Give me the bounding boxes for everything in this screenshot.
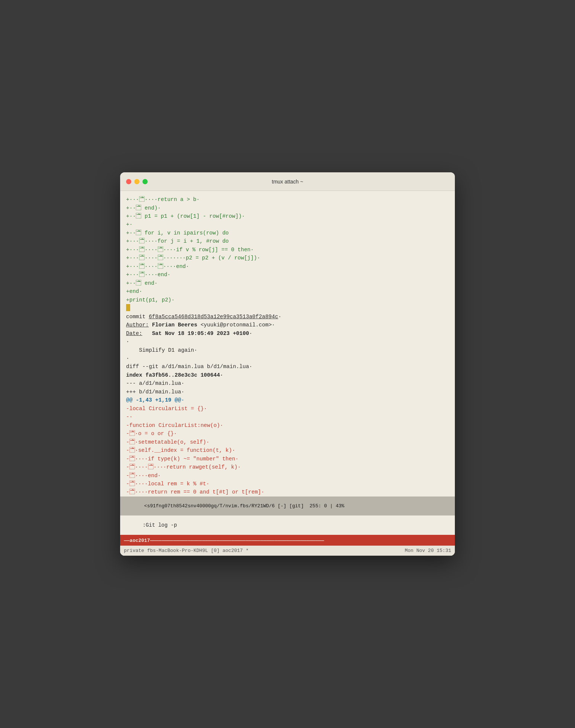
titlebar: tmux attach ~ (120, 172, 455, 191)
maximize-button[interactable] (142, 179, 148, 184)
code-line: +· (126, 220, 449, 229)
code-line: diff --git a/d1/main.lua b/d1/main.lua· (126, 363, 449, 371)
code-line: +···࢐····࢐····if v % row[j] == 0 then· (126, 246, 449, 254)
code-line: · (126, 354, 449, 363)
code-line: -࢐·setmetatable(o, self)· (126, 438, 449, 446)
code-line: -࢐····local rem = k % #t· (126, 480, 449, 488)
code-line: +end· (126, 287, 449, 296)
code-line: · (126, 338, 449, 346)
code-line: -࢐····if type(k) ~= "number" then· (126, 455, 449, 463)
code-line: +···࢐····for j = i + 1, #row do (126, 237, 449, 245)
code-line: -࢐····end· (126, 472, 449, 480)
code-line: Date: Sat Nov 18 19:05:49 2023 +0100· (126, 329, 449, 338)
commit-hash: 6f8a5cca5468d318d53a12e99ca3513a0f2a894c (149, 314, 278, 320)
terminal-window: tmux attach ~ +···࢐····return a > b· +··… (120, 172, 455, 556)
code-line: +++ b/d1/main.lua· (126, 388, 449, 396)
tmux-session-label: ——aoc2017———————————————————————————————… (124, 538, 324, 543)
cursor-line (126, 304, 130, 311)
code-line: +···࢐····࢐····end· (126, 262, 449, 271)
close-button[interactable] (126, 179, 131, 184)
code-line: +···࢐····return a > b· (126, 195, 449, 204)
traffic-lights (126, 179, 148, 184)
code-line: +print(p1, p2)· (126, 296, 449, 304)
command-text: :Git log -p (142, 522, 177, 528)
code-line: -࢐·o = o or {}· (126, 430, 449, 438)
command-line: :Git log -p (120, 515, 455, 535)
window-title: tmux attach ~ (272, 179, 303, 185)
author-label: Author: (126, 322, 149, 328)
code-line: +··࢐ for i, v in ipairs(row) do (126, 229, 449, 237)
tmux-separator (120, 535, 455, 536)
minimize-button[interactable] (134, 179, 139, 184)
tmux-session-info: private fbs-MacBook-Pro-KDH9L [0] aoc201… (124, 548, 248, 553)
code-line: index fa3fb56..28e3c3c 100644· (126, 371, 449, 379)
code-line: +··࢐ p1 = p1 + (row[1] - row[#row])· (126, 212, 449, 220)
code-line: +···࢐····end· (126, 271, 449, 279)
status-bar-text: <s91fng07th8542snv40000gq/T/nvim.fbs/RY2… (141, 503, 344, 509)
code-line: -࢐····return rem == 0 and t[#t] or t[rem… (126, 488, 449, 496)
code-line: -࢐·self.__index = function(t, k)· (126, 446, 449, 454)
hunk-header: @@ -1,43 +1,19 @@· (126, 396, 449, 404)
tmux-bar: ——aoc2017———————————————————————————————… (120, 536, 455, 546)
date-label: Date: (126, 331, 142, 336)
code-line: +···࢐····࢐·······p2 = p2 + (v / row[j])· (126, 254, 449, 262)
code-line: +··࢐ end)· (126, 204, 449, 212)
code-area: +···࢐····return a > b· +··࢐ end)· +··࢐ p… (120, 195, 455, 496)
code-line: Author: Florian Beeres <yuuki@protonmail… (126, 321, 449, 329)
tmux-aoc-label: aoc2017 (130, 538, 150, 543)
status-bar: <s91fng07th8542snv40000gq/T/nvim.fbs/RY2… (120, 496, 455, 515)
terminal-body[interactable]: +···࢐····return a > b· +··࢐ end)· +··࢐ p… (120, 191, 455, 556)
tmux-time: Mon Nov 20 15:31 (405, 548, 451, 553)
code-line: -࢐····࢐····return rawget(self, k)· (126, 463, 449, 471)
code-line: --- a/d1/main.lua· (126, 379, 449, 387)
code-line: Simplify D1 again· (126, 346, 449, 354)
code-line: +··࢐ end· (126, 279, 449, 287)
code-line: -· (126, 413, 449, 421)
code-line: -local CircularList = {}· (126, 405, 449, 413)
code-line: -function CircularList:new(o)· (126, 421, 449, 430)
tmux-bottom-bar: private fbs-MacBook-Pro-KDH9L [0] aoc201… (120, 546, 455, 556)
code-line: commit 6f8a5cca5468d318d53a12e99ca3513a0… (126, 313, 449, 321)
